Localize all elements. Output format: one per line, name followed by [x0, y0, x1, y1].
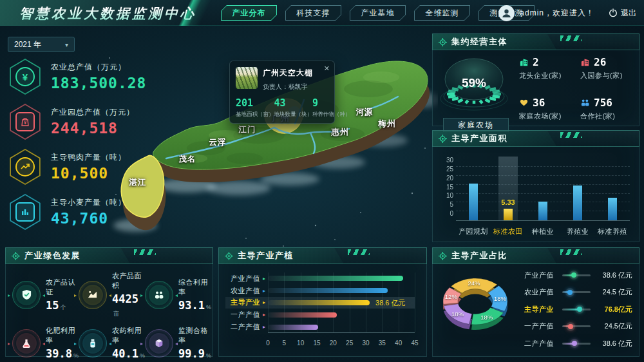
city-label-heyuan[interactable]: 河源 — [356, 107, 374, 118]
svg-text:¥: ¥ — [24, 120, 26, 125]
bar — [268, 325, 318, 330]
user-area: admin，欢迎进入！ 退出 — [498, 0, 636, 26]
x-tick-label: 20 — [330, 339, 337, 347]
bar-slot — [560, 167, 595, 220]
legend-row: 二产产值38.6 亿元 — [524, 337, 632, 350]
group-icon — [154, 290, 164, 300]
donut-chart: 18%18%18%12%24% — [434, 271, 523, 343]
city-label-yunfu[interactable]: 云浮 — [209, 137, 227, 148]
bar-track: 38.6 亿元 — [268, 297, 415, 309]
tab-tech-support[interactable]: 科技支撑 — [285, 5, 341, 21]
legend-label: 一产产值 — [524, 321, 558, 331]
close-icon[interactable]: ✕ — [324, 64, 330, 73]
tab-industry-base[interactable]: 产业基地 — [350, 5, 406, 21]
bar-row: 主导产业▸38.6 亿元 — [225, 297, 415, 309]
target-icon — [439, 135, 447, 143]
legend-dot — [577, 307, 582, 312]
horizontal-bar-chart: 051015202530354045产业产值▸农业产值▸主导产业▸38.6 亿元… — [219, 265, 426, 356]
bars-icon — [15, 202, 35, 222]
panel-header: 集约经营主体 — [432, 33, 639, 50]
panel-header: 产业绿色发展 — [5, 247, 213, 264]
x-tick-label: 0 — [266, 339, 270, 347]
panel-title: 主导产业面积 — [451, 133, 507, 144]
bar-slots: 5.33 — [456, 167, 630, 220]
stat-product-certification: 农产品认证 15个 — [12, 271, 79, 318]
legend-track — [562, 291, 591, 293]
slash-decoration — [560, 132, 582, 138]
x-tick-label: 30 — [362, 339, 369, 347]
legend-row: 农业产值24.5 亿元 — [524, 286, 632, 299]
tab-industry-distribution[interactable]: 产业分布 — [221, 5, 277, 21]
x-tick-label: 种植业 — [526, 227, 560, 236]
nav-tabs: 产业分布 科技支撑 产业基地 全维监测 溯源追溯 — [221, 5, 535, 21]
svg-text:18%: 18% — [494, 295, 507, 302]
base-info-popup: ✕ 广州天空大棚 负责人：杨凯宇 201 基地面积（亩） 43 地块数量（块） — [229, 61, 335, 124]
year-value: 2021 年 — [14, 39, 41, 50]
stat-pesticide-utilization: 农药利用率 40.1% — [79, 326, 145, 360]
row-label: 一产产值 — [225, 310, 260, 319]
stat-park-participants: 26 入园参与(家) — [580, 56, 636, 81]
x-tick-label: 25 — [346, 339, 353, 347]
y-tick-label: 15 — [438, 183, 453, 190]
area-chart-icon — [87, 289, 98, 300]
city-label-meizhou[interactable]: 梅州 — [379, 119, 396, 129]
panel-intensive-operators: 集约经营主体 59% 家庭农场 2 龙头企业(家) — [432, 33, 639, 126]
page-title: 智慧农业大数据监测中心 — [19, 5, 196, 23]
panel-header: 主导产业占比 — [432, 247, 639, 264]
stat-product-area: 农产品面积 4425亩 — [79, 271, 145, 318]
slash-decoration — [560, 35, 582, 41]
gauge-value: 59% — [462, 76, 486, 90]
x-tick-label: 养殖业 — [560, 227, 595, 236]
panel-industry-output: 主导产业产植 051015202530354045产业产值▸农业产值▸主导产业▸… — [218, 247, 427, 357]
legend-value: 76.8亿元 — [595, 305, 632, 314]
popup-manager: 负责人：杨凯宇 — [263, 82, 313, 91]
year-dropdown[interactable]: 2021 年 ▾ — [8, 37, 75, 52]
slash-decoration — [134, 249, 156, 255]
city-label-huizhou[interactable]: 惠州 — [332, 127, 349, 138]
arrow-icon: ▸ — [260, 276, 268, 281]
x-tick-label: 产园规划 — [456, 227, 491, 236]
heart-icon — [519, 98, 529, 108]
arrow-icon: ▸ — [260, 300, 268, 305]
legend-label: 二产产值 — [524, 339, 558, 348]
avatar — [498, 5, 515, 21]
logout-button[interactable]: 退出 — [609, 8, 636, 19]
bar-track — [268, 321, 415, 333]
x-tick-label: 5 — [283, 339, 287, 347]
bar-slot — [595, 167, 630, 220]
y-tick-label: 20 — [438, 174, 453, 181]
city-label-maoming[interactable]: 茂名 — [179, 154, 196, 165]
bag-icon: ¥ — [15, 112, 35, 131]
popup-title: 广州天空大棚 — [263, 68, 313, 79]
x-tick-label: 35 — [379, 339, 386, 347]
x-tick-label: 标准农田 — [491, 227, 526, 236]
legend-row: 主导产业76.8亿元 — [524, 303, 632, 316]
panel-header: 主导产业面积 — [432, 130, 639, 147]
city-label-zhanjiang[interactable]: 湛江 — [129, 177, 147, 188]
svg-text:18%: 18% — [480, 314, 493, 321]
panel-green-development: 产业绿色发展 农产品认证 15个 农产品面积 4425 — [5, 247, 213, 357]
slash-decoration — [348, 249, 370, 255]
row-label: 产业产值 — [225, 274, 260, 283]
legend-track — [562, 274, 591, 276]
bar — [268, 300, 370, 305]
x-tick-label: 15 — [313, 339, 320, 347]
bar-row: 二产产值▸ — [225, 321, 415, 333]
trend-icon — [15, 157, 35, 176]
gauge-chart: 59% — [437, 53, 514, 114]
bar — [469, 184, 478, 220]
tab-full-monitoring[interactable]: 全维监测 — [414, 5, 470, 21]
panel-header: 主导产业产植 — [218, 247, 427, 264]
base-thumbnail — [236, 67, 258, 89]
stat-cooperatives: 756 合作社(家) — [580, 97, 636, 121]
legend-value: 38.6 亿元 — [595, 271, 632, 280]
stat-leading-enterprises: 2 龙头企业(家) — [519, 56, 575, 81]
target-icon — [225, 252, 233, 260]
province-3d-map[interactable]: 湛江 茂名 云浮 江门 广州 惠州 河源 梅州 ✕ 广州天空大棚 负责人：杨凯宇… — [90, 32, 438, 256]
x-tick-label: 标准养殖 — [595, 227, 630, 236]
city-label-jiangmen[interactable]: 江门 — [239, 124, 256, 135]
power-icon — [609, 8, 618, 17]
bar-value-label: 38.6 亿元 — [375, 298, 405, 307]
bar-row: 一产产值▸ — [225, 309, 415, 321]
svg-text:24%: 24% — [468, 280, 480, 287]
